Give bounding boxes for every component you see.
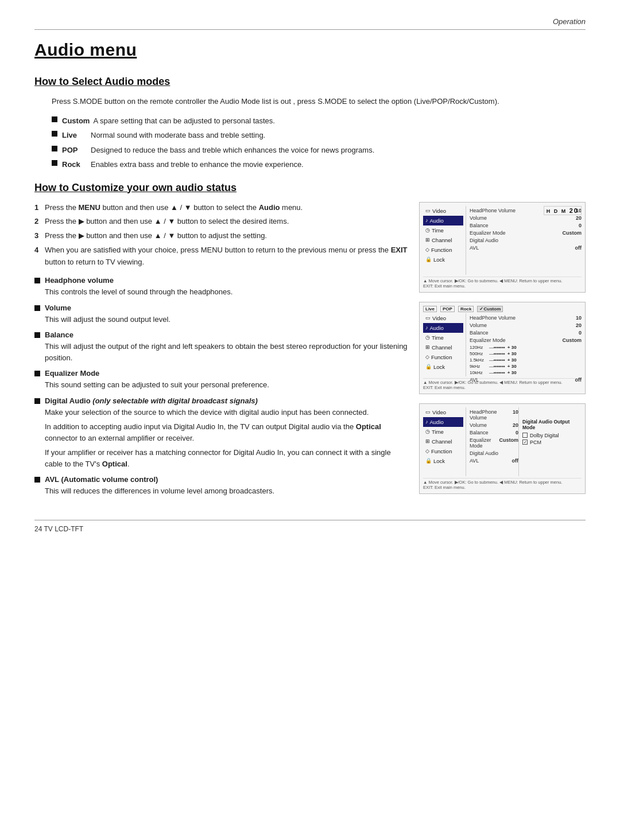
tv-menu-lock-2: 🔒 Lock <box>423 362 463 372</box>
tv-row-vol1: Volume 20 <box>470 215 582 222</box>
tv-footer-2: ▲ Move cursor. ▶/OK: Go to submenu. ◀ ME… <box>423 378 582 390</box>
tv-screen-2: Live POP Rock ✓Custom ▭ Video ♪ <box>419 302 586 394</box>
tv-function-icon-1: ◇ <box>425 247 429 252</box>
tv-menu-video-2: ▭ Video <box>423 313 463 323</box>
tv-channel-icon-1: ⊞ <box>425 237 430 243</box>
tv-digital-audio-panel: Digital Audio Output Mode Dolby Digital … <box>518 407 582 476</box>
bullet-icon-live <box>52 131 57 137</box>
section1: How to Select Audio modes Press S.MODE b… <box>34 76 586 170</box>
bullet-label-custom: Custom <box>62 115 90 127</box>
page-title: Audio menu <box>34 40 586 60</box>
section1-bullets: Custom A spare setting that can be adjus… <box>52 115 586 170</box>
sub-volume-desc: This will adjust the sound output level. <box>45 314 408 325</box>
sub-digital-desc3: If your amplifier or receiver has a matc… <box>45 447 408 469</box>
sub-volume: Volume This will adjust the sound output… <box>34 304 408 325</box>
tv-menu-audio-3: ♪ Audio <box>423 417 463 427</box>
sub-equalizer-desc: This sound setting can be adjusted to su… <box>45 379 408 391</box>
tv-menu-time-1: ◷ Time <box>423 225 463 235</box>
tv-content-1: HeadPhone Volume 10 Volume 20 Balance 0 <box>466 206 582 275</box>
bullet-label-rock: Rock <box>62 159 87 170</box>
tv-row-da3: Digital Audio <box>470 450 518 457</box>
tv-row-vol3: Volume 20 <box>470 422 518 429</box>
bottom-divider <box>34 520 586 520</box>
tv-row-hp3: HeadPhone Volume 10 <box>470 409 518 422</box>
tv-menu-video-1: ▭ Video <box>423 206 463 216</box>
sub-digital-title: Digital Audio <box>45 396 91 405</box>
tv-hdmi-badge: H D M 20 <box>544 206 582 215</box>
tv-menu-time-2: ◷ Time <box>423 333 463 343</box>
sub-digital-audio: Digital Audio (only selectable with digi… <box>34 396 408 470</box>
tv-menu-1: ▭ Video ♪ Audio ◷ Time <box>423 206 466 275</box>
sub-volume-title: Volume <box>45 304 71 312</box>
tv-row-eq1: Equalizer Mode Custom <box>470 230 582 237</box>
bullet-custom: Custom A spare setting that can be adjus… <box>52 115 586 127</box>
tv-menu-function-3: ◇ Function <box>423 446 463 456</box>
bullet-desc-live: Normal sound with moderate bass and treb… <box>91 130 265 141</box>
text-column: 1 Press the MENU button and then use ▲ /… <box>34 202 408 503</box>
section1-intro: Press S.MODE button on the remote contro… <box>52 96 586 107</box>
bullet-rock: Rock Enables extra bass and treble to en… <box>52 159 586 170</box>
tv-menu-audio-1: ♪ Audio <box>423 216 463 225</box>
sub-digital-italic: (only selectable with digital broadcast … <box>92 396 258 405</box>
tv-footer-1: ▲ Move cursor. ▶/OK: Go to submenu. ◀ ME… <box>423 277 582 289</box>
tv-row-bal2: Balance 0 <box>470 329 582 337</box>
tv-screen-3: ▭ Video ♪ Audio ◷ Time <box>419 403 586 494</box>
tv-menu-time-3: ◷ Time <box>423 427 463 437</box>
tv-menu-3: ▭ Video ♪ Audio ◷ Time <box>423 407 466 476</box>
sub-headphone: Headphone volume This controls the level… <box>34 276 408 298</box>
sub-digital-desc1: Make your selection of the source to whi… <box>45 407 408 418</box>
bullet-icon-pop <box>52 146 57 151</box>
tv-row-bal3: Balance 0 <box>470 429 518 437</box>
section1-title: How to Select Audio modes <box>34 76 586 88</box>
bullet-desc-rock: Enables extra bass and treble to enhance… <box>91 159 304 170</box>
bullet-label-live: Live <box>62 130 87 141</box>
bullet-desc-pop: Designed to reduce the bass and treble w… <box>91 145 374 156</box>
tv-video-icon-1: ▭ <box>425 208 431 213</box>
tv-row-eq2: Equalizer Mode Custom <box>470 337 582 344</box>
checkbox-dolby: Dolby Digital <box>522 433 582 438</box>
bullet-icon-headphone <box>34 278 40 283</box>
tv-menu-lock-1: 🔒 Lock <box>423 255 463 265</box>
sub-equalizer-title: Equalizer Mode <box>45 369 99 378</box>
screens-column: ▭ Video ♪ Audio ◷ Time <box>419 202 586 494</box>
tv-row-bal1: Balance 0 <box>470 222 582 230</box>
step-2: 2 Press the ▶ button and then use ▲ / ▼ … <box>34 216 408 228</box>
tv-screen-1: ▭ Video ♪ Audio ◷ Time <box>419 202 586 293</box>
sub-balance-desc: This will adjust the output of the right… <box>45 341 408 363</box>
bullet-icon-digital <box>34 398 40 404</box>
step-4: 4 When you are satisfied with your choic… <box>34 244 408 269</box>
sub-balance: Balance This will adjust the output of t… <box>34 330 408 363</box>
page-container: Operation Audio menu How to Select Audio… <box>0 0 620 556</box>
sub-headphone-desc: This controls the level of sound through… <box>45 286 408 298</box>
tv-footer-3: ▲ Move cursor. ▶/OK: Go to submenu. ◀ ME… <box>423 478 582 490</box>
bullet-icon-balance <box>34 332 40 338</box>
tv-row-avl1: AVL off <box>470 244 582 252</box>
tv-row-vol2: Volume 20 <box>470 322 582 329</box>
bullet-pop: POP Designed to reduce the bass and treb… <box>52 145 586 156</box>
section2: How to Customize your own audio status 1… <box>34 182 586 503</box>
tv-content-2: HeadPhone Volume 10 Volume 20 Balance 0 <box>466 313 582 376</box>
sub-digital-desc2: In addition to accepting audio input via… <box>45 421 408 444</box>
sub-avl-desc: This will reduces the differences in vol… <box>45 485 408 497</box>
operation-text: Operation <box>553 17 586 26</box>
digital-audio-panel-title: Digital Audio Output Mode <box>522 419 582 430</box>
tv-menu-channel-1: ⊞ Channel <box>423 235 463 245</box>
bullet-icon-rock <box>52 160 57 166</box>
tv-content-3: HeadPhone Volume 10 Volume 20 Balance 0 <box>466 407 518 476</box>
sub-headphone-title: Headphone volume <box>45 276 114 285</box>
sub-equalizer: Equalizer Mode This sound setting can be… <box>34 369 408 391</box>
tv-row-eq3: Equalizer Mode Custom <box>470 437 518 450</box>
tv-menu-channel-3: ⊞ Channel <box>423 437 463 446</box>
tv-menu-function-1: ◇ Function <box>423 245 463 255</box>
step-1: 1 Press the MENU button and then use ▲ /… <box>34 202 408 214</box>
tv-menu-2: ▭ Video ♪ Audio ◷ Time <box>423 313 466 376</box>
eq-freq-rows: 120Hz —▪▪▪▪▪▪▪ + 30 500Hz —▪▪▪▪▪▪▪ + 30 <box>470 344 582 376</box>
eq-modes-bar: Live POP Rock ✓Custom <box>423 306 582 312</box>
tv-row-hp2: HeadPhone Volume 10 <box>470 314 582 322</box>
page-footer: 24 TV LCD-TFT <box>34 525 586 533</box>
bullet-icon-avl <box>34 477 40 483</box>
bullet-icon-volume <box>34 305 40 311</box>
bullet-icon-custom <box>52 116 57 122</box>
sub-avl-title: AVL (Automatic volume control) <box>45 475 158 484</box>
tv-menu-video-3: ▭ Video <box>423 407 463 417</box>
